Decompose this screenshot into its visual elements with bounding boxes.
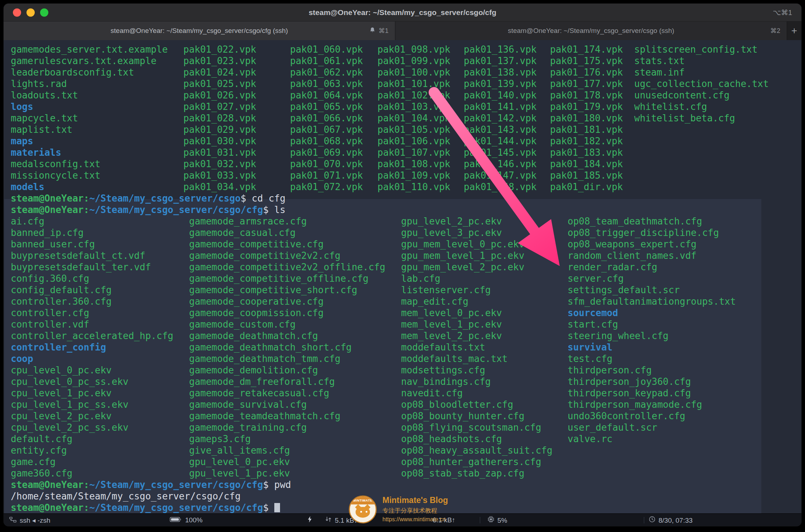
watermark-title: Mintimate's Blog — [382, 495, 448, 505]
watermark-subtitle: 专注于分享技术教程 — [382, 507, 448, 515]
file-entry: pak01_026.vpk — [183, 90, 256, 101]
file-entry: steam.inf — [634, 67, 769, 78]
file-entry: render_radar.cfg — [568, 261, 736, 273]
file-entry: thirdperson_keypad.cfg — [568, 387, 736, 399]
file-entry: pak01_140.vpk — [464, 90, 537, 101]
prompt-line-cd: steam@OneYear:~/Steam/my_csgo_server/csg… — [11, 193, 801, 204]
file-entry: gamemode_dm_freeforall.cfg — [189, 376, 385, 387]
file-entry: gamemode_cooperative.cfg — [189, 296, 385, 307]
file-entry: pak01_066.vpk — [290, 112, 363, 124]
file-entry: pak01_139.vpk — [464, 78, 537, 90]
file-entry: splitscreen_config.txt — [634, 44, 769, 55]
cpu-label: 5% — [497, 516, 507, 524]
file-entry: pak01_027.vpk — [183, 101, 256, 112]
file-entry: pak01_064.vpk — [290, 90, 363, 101]
file-entry: user_default.scr — [568, 422, 736, 433]
ls-output-cfg: ai.cfgbanned_ip.cfgbanned_user.cfgbuypre… — [11, 216, 801, 479]
file-entry: banned_user.cfg — [11, 238, 173, 250]
file-entry: pak01_174.vpk — [550, 44, 623, 55]
battery-label: 100% — [185, 516, 203, 524]
file-entry: pak01_071.vpk — [290, 170, 363, 181]
battery-icon — [170, 516, 182, 524]
file-entry: gamemode_competitive.cfg — [189, 238, 385, 250]
file-entry: pak01_072.vpk — [290, 181, 363, 193]
file-entry: pak01_060.vpk — [290, 44, 363, 55]
file-entry: config.360.cfg — [11, 273, 173, 284]
bell-icon — [369, 27, 376, 35]
file-entry: op08_headshots.cfg — [401, 433, 553, 445]
new-tab-button[interactable]: + — [787, 21, 801, 40]
battery-indicator: 100% — [170, 516, 203, 524]
file-entry: navedit.cfg — [401, 387, 553, 399]
logo-label: MINTIMATE — [353, 499, 372, 502]
file-entry: controller.360.cfg — [11, 296, 173, 307]
file-entry: game.cfg — [11, 456, 173, 468]
prompt-user: steam@OneYear: — [11, 502, 89, 513]
tab-csgo-session[interactable]: steam@OneYear: ~/Steam/my_csgo_server/cs… — [395, 21, 787, 40]
file-entry: cpu_level_0_pc.ekv — [11, 364, 173, 376]
clock-icon — [649, 516, 655, 524]
file-entry: missioncycle.txt — [11, 170, 168, 181]
file-entry: gamemode_custom.cfg — [189, 319, 385, 330]
directory-entry: survival — [568, 342, 736, 353]
file-entry: settings_default.scr — [568, 284, 736, 296]
file-entry: controller_accelerated_hp.cfg — [11, 330, 173, 342]
tab-shortcut: ⌘2 — [770, 27, 780, 35]
command-text: cd cfg — [252, 193, 285, 204]
file-entry: medalsconfig.txt — [11, 158, 168, 170]
file-entry: loadouts.txt — [11, 90, 168, 101]
file-entry: pak01_028.vpk — [183, 112, 256, 124]
file-entry: pak01_100.vpk — [377, 67, 450, 78]
file-entry: maplist.txt — [11, 124, 168, 135]
file-entry: op08_flying_scoutsman.cfg — [401, 422, 553, 433]
file-entry: pak01_032.vpk — [183, 158, 256, 170]
file-entry: gpu_level_2_pc.ekv — [401, 216, 553, 227]
file-entry: whitelist.cfg — [634, 101, 769, 112]
file-entry: mem_level_2_pc.ekv — [401, 330, 553, 342]
blog-logo: MINTIMATE — [349, 495, 377, 523]
file-entry: pak01_185.vpk — [550, 170, 623, 181]
file-entry: op08_heavy_assault_suit.cfg — [401, 445, 553, 456]
prompt-sigil: $ — [263, 502, 274, 513]
file-entry: entity.cfg — [11, 445, 173, 456]
lightning-icon — [307, 516, 312, 525]
file-entry: pak01_025.vpk — [183, 78, 256, 90]
tab-cfg-session[interactable]: steam@OneYear: ~/Steam/my_csgo_server/cs… — [4, 21, 395, 40]
file-entry: gamemode_demolition.cfg — [189, 364, 385, 376]
file-entry: give_all_items.cfg — [189, 445, 385, 456]
file-entry: pak01_141.vpk — [464, 101, 537, 112]
file-entry: pak01_178.vpk — [550, 90, 623, 101]
file-entry: pak01_175.vpk — [550, 55, 623, 67]
terminal-content[interactable]: gamemodes_server.txt.examplegamerulescva… — [4, 40, 801, 513]
file-entry: pak01_102.vpk — [377, 90, 450, 101]
file-entry: pak01_098.vpk — [377, 44, 450, 55]
file-entry: gpu_mem_level_0_pc.ekv — [401, 238, 553, 250]
file-entry: gamemode_armsrace.cfg — [189, 216, 385, 227]
file-entry: modsettings.cfg — [401, 364, 553, 376]
file-entry: op08_team_deathmatch.cfg — [568, 216, 736, 227]
file-entry: unusedcontent.cfg — [634, 90, 769, 101]
file-entry: whitelist_beta.cfg — [634, 112, 769, 124]
file-entry: gamemode_training.cfg — [189, 422, 385, 433]
file-entry: pak01_033.vpk — [183, 170, 256, 181]
file-entry: pak01_dir.vpk — [550, 181, 623, 193]
file-entry: banned_ip.cfg — [11, 227, 173, 238]
session-label: ssh ◂ -zsh — [20, 516, 50, 524]
tab-shortcut: ⌘1 — [379, 27, 389, 35]
prompt-user: steam@OneYear: — [11, 204, 89, 215]
directory-entry: maps — [11, 135, 168, 147]
file-entry: server.cfg — [568, 273, 736, 284]
file-entry: gamemode_competitive_offline.cfg — [189, 273, 385, 284]
file-entry: pak01_144.vpk — [464, 135, 537, 147]
cpu-chip-icon — [488, 516, 494, 524]
file-entry: pak01_143.vpk — [464, 124, 537, 135]
command-text: pwd — [274, 479, 291, 490]
file-entry: pak01_034.vpk — [183, 181, 256, 193]
file-entry: moddefaults.txt — [401, 342, 553, 353]
status-divider — [480, 517, 480, 523]
terminal-window: steam@OneYear: ~/Steam/my_csgo_server/cs… — [4, 4, 801, 526]
charging-indicator — [307, 516, 312, 525]
file-entry: game360.cfg — [11, 468, 173, 479]
file-entry: sfm_defaultanimationgroups.txt — [568, 296, 736, 307]
file-entry: pak01_110.vpk — [377, 181, 450, 193]
